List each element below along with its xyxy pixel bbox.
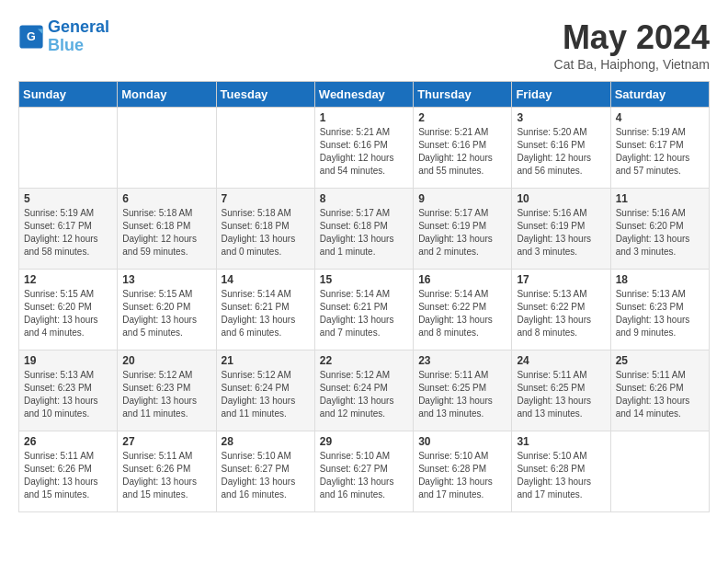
day-info: Sunrise: 5:11 AM Sunset: 6:25 PM Dayligh… (517, 369, 605, 420)
calendar-cell: 19Sunrise: 5:13 AM Sunset: 6:23 PM Dayli… (19, 350, 118, 431)
weekday-header-friday: Friday (512, 82, 610, 108)
day-info: Sunrise: 5:14 AM Sunset: 6:21 PM Dayligh… (222, 288, 310, 339)
day-number: 10 (517, 192, 605, 205)
day-info: Sunrise: 5:15 AM Sunset: 6:20 PM Dayligh… (122, 288, 210, 339)
calendar-cell (19, 108, 118, 189)
day-number: 5 (24, 192, 112, 205)
day-number: 12 (24, 273, 112, 286)
day-info: Sunrise: 5:17 AM Sunset: 6:19 PM Dayligh… (418, 207, 506, 259)
calendar-cell: 23Sunrise: 5:11 AM Sunset: 6:25 PM Dayli… (414, 350, 512, 431)
day-info: Sunrise: 5:19 AM Sunset: 6:17 PM Dayligh… (616, 126, 704, 178)
calendar-cell (118, 108, 216, 189)
calendar-cell: 26Sunrise: 5:11 AM Sunset: 6:26 PM Dayli… (19, 431, 118, 512)
calendar-cell: 3Sunrise: 5:20 AM Sunset: 6:16 PM Daylig… (512, 108, 610, 189)
day-info: Sunrise: 5:12 AM Sunset: 6:24 PM Dayligh… (222, 369, 310, 420)
calendar-cell: 24Sunrise: 5:11 AM Sunset: 6:25 PM Dayli… (512, 350, 610, 431)
calendar-cell: 30Sunrise: 5:10 AM Sunset: 6:28 PM Dayli… (414, 431, 512, 512)
logo-icon: G (18, 24, 44, 50)
day-number: 23 (418, 354, 506, 367)
calendar-cell: 18Sunrise: 5:13 AM Sunset: 6:23 PM Dayli… (610, 270, 709, 350)
day-number: 18 (616, 273, 704, 286)
weekday-header-saturday: Saturday (610, 82, 709, 108)
day-number: 14 (222, 273, 310, 286)
calendar-cell: 10Sunrise: 5:16 AM Sunset: 6:19 PM Dayli… (512, 189, 610, 270)
day-info: Sunrise: 5:10 AM Sunset: 6:27 PM Dayligh… (320, 450, 408, 501)
location: Cat Ba, Haiphong, Vietnam (554, 57, 710, 72)
day-info: Sunrise: 5:21 AM Sunset: 6:16 PM Dayligh… (320, 126, 408, 178)
calendar-cell: 5Sunrise: 5:19 AM Sunset: 6:17 PM Daylig… (19, 189, 118, 270)
day-number: 3 (517, 111, 605, 124)
day-number: 24 (517, 354, 605, 367)
day-info: Sunrise: 5:11 AM Sunset: 6:26 PM Dayligh… (24, 450, 112, 501)
day-number: 6 (122, 192, 210, 205)
day-info: Sunrise: 5:13 AM Sunset: 6:23 PM Dayligh… (616, 288, 704, 339)
day-number: 8 (320, 192, 408, 205)
calendar-cell: 11Sunrise: 5:16 AM Sunset: 6:20 PM Dayli… (610, 189, 709, 270)
day-info: Sunrise: 5:12 AM Sunset: 6:24 PM Dayligh… (320, 369, 408, 420)
day-number: 28 (222, 435, 310, 448)
day-info: Sunrise: 5:16 AM Sunset: 6:19 PM Dayligh… (517, 207, 605, 259)
calendar-cell: 14Sunrise: 5:14 AM Sunset: 6:21 PM Dayli… (216, 270, 314, 350)
day-number: 20 (122, 354, 210, 367)
day-number: 31 (517, 435, 605, 448)
weekday-header-thursday: Thursday (414, 82, 512, 108)
day-info: Sunrise: 5:18 AM Sunset: 6:18 PM Dayligh… (222, 207, 310, 259)
day-info: Sunrise: 5:13 AM Sunset: 6:23 PM Dayligh… (24, 369, 112, 420)
calendar-week-2: 5Sunrise: 5:19 AM Sunset: 6:17 PM Daylig… (19, 189, 710, 270)
calendar-week-5: 26Sunrise: 5:11 AM Sunset: 6:26 PM Dayli… (19, 431, 710, 512)
day-number: 17 (517, 273, 605, 286)
day-info: Sunrise: 5:17 AM Sunset: 6:18 PM Dayligh… (320, 207, 408, 259)
calendar-cell: 2Sunrise: 5:21 AM Sunset: 6:16 PM Daylig… (414, 108, 512, 189)
calendar-cell: 6Sunrise: 5:18 AM Sunset: 6:18 PM Daylig… (118, 189, 216, 270)
day-number: 13 (122, 273, 210, 286)
weekday-header-sunday: Sunday (19, 82, 118, 108)
day-info: Sunrise: 5:11 AM Sunset: 6:26 PM Dayligh… (122, 450, 210, 501)
calendar-cell (610, 431, 709, 512)
calendar-cell: 28Sunrise: 5:10 AM Sunset: 6:27 PM Dayli… (216, 431, 314, 512)
day-number: 30 (418, 435, 506, 448)
day-number: 22 (320, 354, 408, 367)
day-number: 2 (418, 111, 506, 124)
day-info: Sunrise: 5:11 AM Sunset: 6:26 PM Dayligh… (616, 369, 704, 420)
day-info: Sunrise: 5:20 AM Sunset: 6:16 PM Dayligh… (517, 126, 605, 178)
day-info: Sunrise: 5:18 AM Sunset: 6:18 PM Dayligh… (122, 207, 210, 259)
logo-blue: Blue (48, 37, 109, 55)
calendar-cell: 20Sunrise: 5:12 AM Sunset: 6:23 PM Dayli… (118, 350, 216, 431)
calendar-cell: 29Sunrise: 5:10 AM Sunset: 6:27 PM Dayli… (314, 431, 413, 512)
day-number: 29 (320, 435, 408, 448)
day-number: 11 (616, 192, 704, 205)
calendar-week-4: 19Sunrise: 5:13 AM Sunset: 6:23 PM Dayli… (19, 350, 710, 431)
calendar-table: SundayMondayTuesdayWednesdayThursdayFrid… (18, 81, 710, 512)
calendar-cell: 27Sunrise: 5:11 AM Sunset: 6:26 PM Dayli… (118, 431, 216, 512)
svg-text:G: G (27, 30, 36, 43)
weekday-header-wednesday: Wednesday (314, 82, 413, 108)
day-info: Sunrise: 5:10 AM Sunset: 6:27 PM Dayligh… (222, 450, 310, 501)
day-number: 9 (418, 192, 506, 205)
calendar-cell: 8Sunrise: 5:17 AM Sunset: 6:18 PM Daylig… (314, 189, 413, 270)
day-number: 15 (320, 273, 408, 286)
day-number: 26 (24, 435, 112, 448)
day-number: 21 (222, 354, 310, 367)
logo-general: General (48, 18, 109, 37)
calendar-cell: 31Sunrise: 5:10 AM Sunset: 6:28 PM Dayli… (512, 431, 610, 512)
calendar-cell: 9Sunrise: 5:17 AM Sunset: 6:19 PM Daylig… (414, 189, 512, 270)
day-info: Sunrise: 5:14 AM Sunset: 6:21 PM Dayligh… (320, 288, 408, 339)
weekday-header-monday: Monday (118, 82, 216, 108)
calendar-cell: 25Sunrise: 5:11 AM Sunset: 6:26 PM Dayli… (610, 350, 709, 431)
day-number: 7 (222, 192, 310, 205)
calendar-cell: 4Sunrise: 5:19 AM Sunset: 6:17 PM Daylig… (610, 108, 709, 189)
calendar-week-3: 12Sunrise: 5:15 AM Sunset: 6:20 PM Dayli… (19, 270, 710, 350)
day-info: Sunrise: 5:11 AM Sunset: 6:25 PM Dayligh… (418, 369, 506, 420)
calendar-week-1: 1Sunrise: 5:21 AM Sunset: 6:16 PM Daylig… (19, 108, 710, 189)
calendar-cell (216, 108, 314, 189)
day-info: Sunrise: 5:16 AM Sunset: 6:20 PM Dayligh… (616, 207, 704, 259)
calendar-cell: 12Sunrise: 5:15 AM Sunset: 6:20 PM Dayli… (19, 270, 118, 350)
calendar-cell: 16Sunrise: 5:14 AM Sunset: 6:22 PM Dayli… (414, 270, 512, 350)
calendar-cell: 21Sunrise: 5:12 AM Sunset: 6:24 PM Dayli… (216, 350, 314, 431)
calendar-cell: 17Sunrise: 5:13 AM Sunset: 6:22 PM Dayli… (512, 270, 610, 350)
calendar-cell: 13Sunrise: 5:15 AM Sunset: 6:20 PM Dayli… (118, 270, 216, 350)
calendar-body: 1Sunrise: 5:21 AM Sunset: 6:16 PM Daylig… (19, 108, 710, 512)
title-block: May 2024 Cat Ba, Haiphong, Vietnam (554, 18, 710, 72)
day-info: Sunrise: 5:15 AM Sunset: 6:20 PM Dayligh… (24, 288, 112, 339)
day-number: 4 (616, 111, 704, 124)
